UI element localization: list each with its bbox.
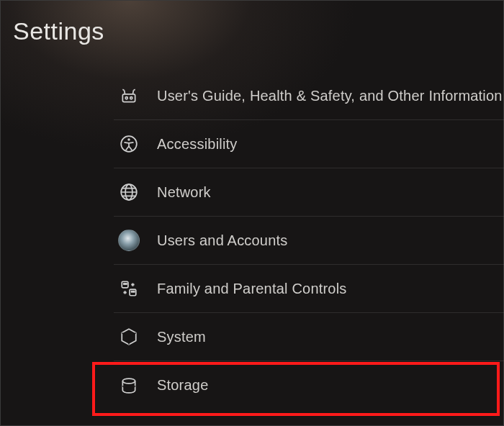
menu-label: Family and Parental Controls [157,281,347,297]
usersguide-icon [117,83,141,108]
menu-item-storage[interactable]: Storage [114,361,504,409]
menu-item-network[interactable]: Network [114,168,504,217]
menu-item-system[interactable]: System [114,313,504,361]
settings-menu: User's Guide, Health & Safety, and Other… [114,72,504,409]
page-title: Settings [13,17,104,45]
menu-label: Network [157,184,211,201]
svg-point-13 [122,379,135,384]
menu-label: Accessibility [157,136,238,153]
svg-point-12 [133,291,135,292]
menu-label: Users and Accounts [157,232,287,249]
svg-point-11 [131,291,132,292]
cube-icon [117,325,141,349]
menu-label: Storage [157,377,208,394]
svg-rect-0 [122,94,135,102]
svg-point-1 [125,97,127,99]
storage-icon [117,373,141,398]
avatar-icon [117,228,141,253]
svg-point-8 [124,284,125,285]
svg-point-9 [125,284,127,285]
svg-point-4 [127,138,130,140]
menu-item-accessibility[interactable]: Accessibility [114,120,504,168]
menu-item-family-parental[interactable]: Family and Parental Controls [114,265,504,313]
family-icon [117,276,141,301]
globe-icon [117,180,141,204]
accessibility-icon [117,132,141,156]
menu-item-users-accounts[interactable]: Users and Accounts [114,217,504,265]
svg-point-2 [130,97,132,99]
menu-label: System [157,329,206,345]
menu-item-users-guide[interactable]: User's Guide, Health & Safety, and Other… [114,72,504,120]
menu-label: User's Guide, Health & Safety, and Other… [157,88,503,104]
